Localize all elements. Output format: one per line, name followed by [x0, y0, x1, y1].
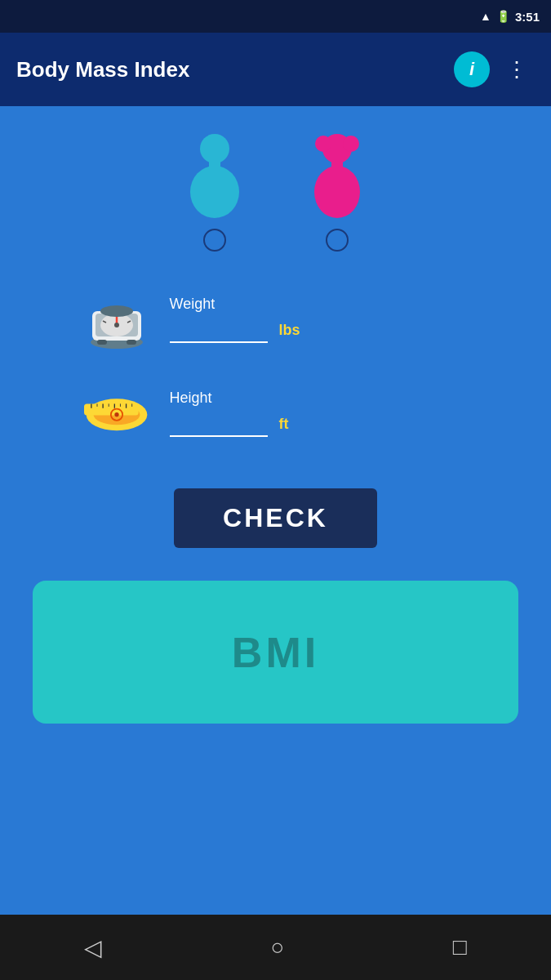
back-button[interactable]: ◁	[68, 926, 118, 969]
female-figure	[300, 131, 374, 220]
time-display: 3:51	[515, 10, 540, 24]
height-label: Height	[170, 390, 289, 407]
input-section: Weight lbs	[80, 284, 472, 472]
weight-unit: lbs	[279, 322, 300, 339]
svg-rect-7	[331, 161, 343, 171]
svg-rect-19	[127, 340, 136, 345]
svg-point-16	[114, 323, 119, 327]
female-option[interactable]	[300, 131, 374, 252]
app-bar: Body Mass Index i ⋮	[0, 33, 551, 106]
male-figure	[178, 131, 251, 220]
svg-point-17	[100, 305, 133, 317]
signal-icon: ▲	[480, 10, 491, 23]
check-button[interactable]: CHECK	[174, 488, 377, 548]
height-row: Height ft	[80, 378, 472, 448]
info-button[interactable]: i	[454, 51, 490, 87]
svg-point-5	[343, 136, 359, 152]
weight-input[interactable]	[170, 318, 268, 343]
svg-point-1	[190, 166, 239, 218]
svg-point-32	[114, 412, 118, 416]
main-content: Weight lbs	[0, 106, 551, 915]
male-radio[interactable]	[203, 229, 226, 252]
bmi-result-label: BMI	[232, 628, 319, 677]
gender-selection	[178, 131, 374, 252]
height-unit: ft	[279, 416, 289, 433]
info-icon: i	[469, 59, 474, 80]
scale-icon-box	[80, 284, 153, 354]
svg-point-6	[314, 166, 360, 218]
female-radio[interactable]	[326, 229, 349, 252]
height-input[interactable]	[170, 412, 268, 437]
nav-bar: ◁ ○ □	[0, 915, 551, 980]
svg-rect-2	[209, 161, 220, 171]
tape-icon-box	[80, 378, 153, 448]
male-option[interactable]	[178, 131, 251, 252]
bmi-result-area: BMI	[33, 581, 518, 724]
battery-icon: 🔋	[496, 10, 510, 23]
svg-rect-18	[97, 340, 107, 345]
status-bar: ▲ 🔋 3:51	[0, 0, 551, 33]
svg-point-4	[315, 136, 331, 152]
recent-button[interactable]: □	[437, 926, 483, 969]
svg-point-0	[200, 134, 229, 163]
home-button[interactable]: ○	[255, 926, 301, 969]
weight-row: Weight lbs	[80, 284, 472, 354]
weight-label: Weight	[170, 296, 300, 313]
more-options-button[interactable]: ⋮	[500, 54, 535, 86]
app-title: Body Mass Index	[16, 57, 444, 82]
